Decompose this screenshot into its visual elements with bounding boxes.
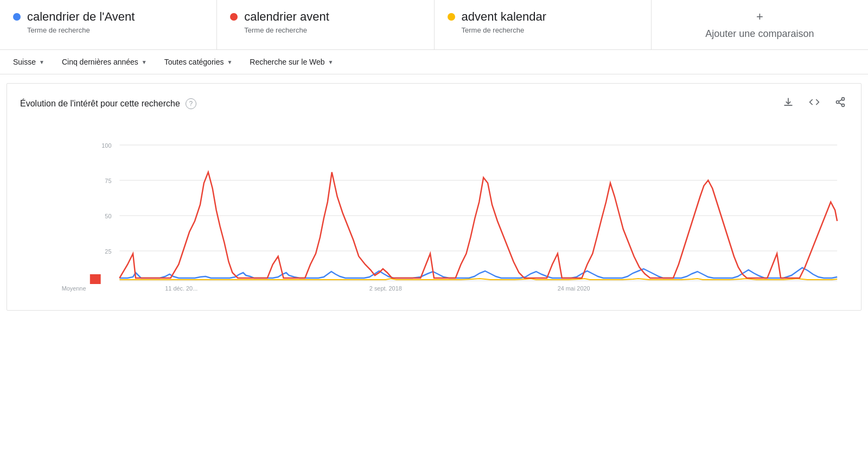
search-term-1: calendrier de l'Avent Terme de recherche — [0, 0, 217, 49]
filter-category[interactable]: Toutes catégories ▼ — [164, 58, 233, 66]
filter-country[interactable]: Suisse ▼ — [13, 58, 44, 66]
filter-category-label: Toutes catégories — [164, 58, 224, 66]
red-line — [119, 172, 837, 278]
chevron-down-icon: ▼ — [328, 59, 334, 65]
search-term-2: calendrier avent Terme de recherche — [217, 0, 434, 49]
svg-line-4 — [839, 99, 842, 101]
download-button[interactable] — [781, 94, 796, 112]
term-type-2: Terme de recherche — [244, 26, 420, 34]
help-icon[interactable]: ? — [186, 98, 196, 109]
share-button[interactable] — [833, 94, 848, 112]
chart-actions — [781, 94, 848, 112]
term-type-3: Terme de recherche — [462, 26, 638, 34]
chart-section: Évolution de l'intérêt pour cette recher… — [7, 83, 861, 311]
search-terms-bar: calendrier de l'Avent Terme de recherche… — [0, 0, 868, 50]
x-label-mai2020: 24 mai 2020 — [558, 285, 590, 292]
legend-bar — [90, 274, 101, 284]
svg-text:50: 50 — [105, 213, 111, 219]
embed-button[interactable] — [807, 94, 822, 112]
chevron-down-icon: ▼ — [227, 59, 232, 65]
yellow-line — [119, 279, 837, 280]
svg-text:25: 25 — [105, 248, 111, 255]
filter-period[interactable]: Cinq dernières années ▼ — [62, 58, 147, 66]
trend-chart: 100 75 50 25 Moyenne 11 déc. 20... 2 sep… — [20, 118, 848, 302]
svg-line-3 — [839, 103, 842, 104]
chevron-down-icon: ▼ — [142, 59, 147, 65]
chevron-down-icon: ▼ — [39, 59, 44, 65]
svg-point-0 — [842, 98, 845, 100]
x-label-dec2016: 11 déc. 20... — [165, 285, 197, 292]
search-term-3: advent kalendar Terme de recherche — [435, 0, 652, 49]
chart-container: 100 75 50 25 Moyenne 11 déc. 20... 2 sep… — [20, 118, 848, 305]
term-name-1: calendrier de l'Avent — [27, 10, 135, 24]
dot-3 — [448, 13, 455, 21]
dot-2 — [230, 13, 238, 21]
chart-header: Évolution de l'intérêt pour cette recher… — [20, 94, 848, 112]
add-comparison-button[interactable]: + Ajouter une comparaison — [652, 0, 868, 49]
x-label-moyenne: Moyenne — [62, 285, 86, 292]
x-label-sept2018: 2 sept. 2018 — [369, 285, 402, 292]
filter-period-label: Cinq dernières années — [62, 58, 138, 66]
add-comparison-label: Ajouter une comparaison — [705, 28, 814, 40]
chart-title: Évolution de l'intérêt pour cette recher… — [20, 99, 180, 109]
svg-point-2 — [842, 104, 845, 106]
dot-1 — [13, 13, 21, 21]
filter-country-label: Suisse — [13, 58, 36, 66]
blue-line — [119, 268, 837, 278]
filter-bar: Suisse ▼ Cinq dernières années ▼ Toutes … — [0, 50, 868, 74]
filter-search-type-label: Recherche sur le Web — [250, 58, 324, 66]
svg-text:100: 100 — [101, 142, 111, 149]
svg-text:75: 75 — [105, 178, 111, 184]
filter-search-type[interactable]: Recherche sur le Web ▼ — [250, 58, 333, 66]
plus-icon: + — [756, 10, 763, 24]
term-name-2: calendrier avent — [244, 10, 329, 24]
svg-point-1 — [837, 101, 839, 104]
term-type-1: Terme de recherche — [27, 26, 203, 34]
term-name-3: advent kalendar — [462, 10, 547, 24]
